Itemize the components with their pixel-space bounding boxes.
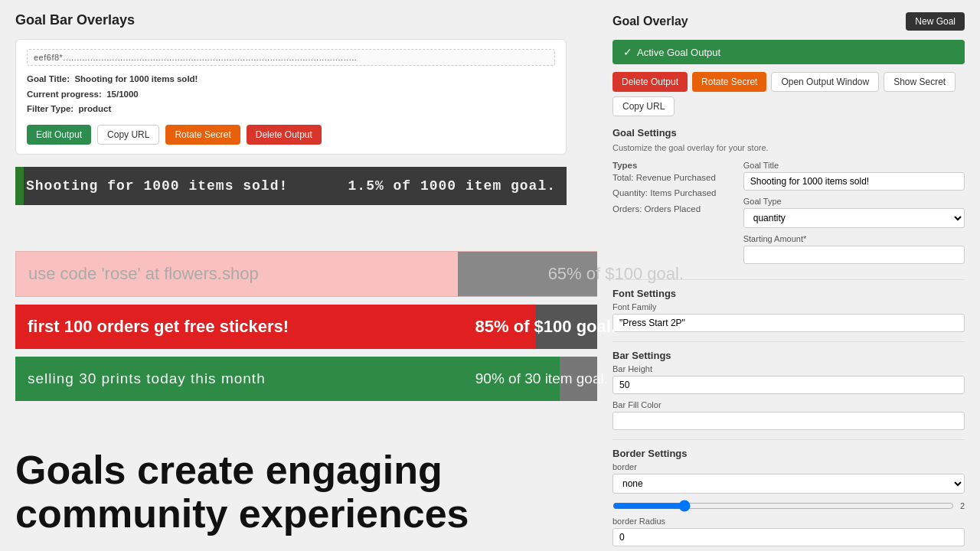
filter-type-label: Filter Type: xyxy=(27,104,74,113)
goal-type-label: Goal Type xyxy=(743,197,965,206)
goal-settings-section: Goal Settings Customize the goal overlay… xyxy=(612,127,965,270)
border-type-label: border xyxy=(612,462,965,471)
divider-2 xyxy=(612,341,965,342)
bar-height-field: Bar Height xyxy=(612,364,965,394)
bar-settings-title: Bar Settings xyxy=(612,350,965,361)
left-panel: Goal Bar Overlays eef6f8*...............… xyxy=(0,0,582,551)
goal-settings-row: Types Total: Revenue Purchased Quantity:… xyxy=(612,161,965,270)
progress-label: Current progress: xyxy=(27,90,102,99)
checkmark-icon: ✓ xyxy=(623,46,632,58)
goal-title-label: Goal Title: xyxy=(27,74,70,83)
bar-fill-color-label: Bar Fill Color xyxy=(612,400,965,409)
action-buttons-row: Delete Output Rotate Secret Open Output … xyxy=(612,72,965,116)
goal-url-text: eef6f8*.................................… xyxy=(27,49,555,66)
starting-amount-label: Starting Amount* xyxy=(743,234,965,243)
border-type-select[interactable]: none xyxy=(612,474,965,494)
progress-line: Current progress: 15/1000 xyxy=(27,87,555,103)
active-goal-label: Active Goal Output xyxy=(637,47,720,58)
type-item-3: Orders: Orders Placed xyxy=(612,201,736,217)
copy-url-btn-right[interactable]: Copy URL xyxy=(612,96,675,116)
font-family-field: Font Family xyxy=(612,302,965,332)
bar-fill-color-field: Bar Fill Color xyxy=(612,400,965,430)
goal-title-field-label: Goal Title xyxy=(743,161,965,170)
type-item-1: Total: Revenue Purchased xyxy=(612,170,736,186)
type-item-2: Quantity: Items Purchased xyxy=(612,185,736,201)
divider-3 xyxy=(612,439,965,440)
goal-bar-2: use code 'rose' at flowers.shop 65% of $… xyxy=(15,251,697,297)
right-panel-title: Goal Overlay xyxy=(612,15,688,28)
open-output-window-btn[interactable]: Open Output Window xyxy=(771,72,879,92)
font-settings-title: Font Settings xyxy=(612,288,965,299)
border-slider-row: 2 xyxy=(612,500,965,512)
goal-actions: Edit Output Copy URL Rotate Secret Delet… xyxy=(27,125,555,145)
font-settings-section: Font Settings Font Family xyxy=(612,288,965,332)
types-label: Types xyxy=(612,161,736,170)
goal-meta: Goal Title: Shooting for 1000 items sold… xyxy=(27,72,555,117)
goal-settings-desc: Customize the goal overlay for your stor… xyxy=(612,142,965,155)
border-slider-value: 2 xyxy=(960,501,965,510)
border-type-field: border none xyxy=(612,462,965,494)
font-family-input[interactable] xyxy=(612,314,965,332)
border-radius-input[interactable] xyxy=(612,528,965,546)
border-settings-title: Border Settings xyxy=(612,448,965,459)
goal-url-row: eef6f8*.................................… xyxy=(27,49,555,66)
starting-amount-field: Starting Amount* xyxy=(743,234,965,264)
bar1-right-text: 1.5% of 1000 item goal. xyxy=(348,178,567,194)
progress-value: 15/1000 xyxy=(106,90,139,99)
border-settings-section: Border Settings border none 2 border Rad… xyxy=(612,448,965,546)
goal-type-select[interactable]: quantity xyxy=(743,208,965,228)
goal-title-input[interactable] xyxy=(743,172,965,191)
filter-type-value: product xyxy=(79,104,112,113)
goal-title-line: Goal Title: Shooting for 1000 items sold… xyxy=(27,72,555,87)
goal-bar-1: Shooting for 1000 items sold! 1.5% of 10… xyxy=(15,167,567,205)
big-tagline: Goals create engaging community experien… xyxy=(15,448,551,536)
new-goal-button[interactable]: New Goal xyxy=(906,12,965,31)
goal-type-field: Goal Type quantity xyxy=(743,197,965,228)
bar1-left-text: Shooting for 1000 items sold! xyxy=(15,178,348,194)
border-radius-field: border Radius xyxy=(612,517,965,546)
bar-height-label: Bar Height xyxy=(612,364,965,373)
starting-amount-input[interactable] xyxy=(743,246,965,264)
goal-bar-3: first 100 orders get free stickers! 85% … xyxy=(15,305,628,349)
delete-output-button[interactable]: Delete Output xyxy=(247,125,322,145)
bar-fill-color-input[interactable] xyxy=(612,412,965,430)
copy-url-button[interactable]: Copy URL xyxy=(97,125,159,145)
goal-title-value: Shooting for 1000 items sold! xyxy=(74,74,198,83)
border-slider[interactable] xyxy=(612,500,954,512)
page-title: Goal Bar Overlays xyxy=(15,12,567,28)
bar2-left-text: use code 'rose' at flowers.shop xyxy=(28,264,259,284)
types-list: Total: Revenue Purchased Quantity: Items… xyxy=(612,170,736,217)
bar-height-input[interactable] xyxy=(612,376,965,394)
bar-settings-section: Bar Settings Bar Height Bar Fill Color xyxy=(612,350,965,430)
bar2-right-text: 65% of $100 goal. xyxy=(548,264,684,284)
rotate-secret-button[interactable]: Rotate Secret xyxy=(165,125,240,145)
active-goal-bar: ✓ Active Goal Output xyxy=(612,40,965,64)
goal-settings-title: Goal Settings xyxy=(612,127,965,139)
goal-title-field: Goal Title xyxy=(743,161,965,191)
bar3-left-text: first 100 orders get free stickers! xyxy=(28,317,289,337)
rotate-secret-btn-right[interactable]: Rotate Secret xyxy=(692,72,766,92)
show-secret-btn[interactable]: Show Secret xyxy=(884,72,956,92)
goal-card: eef6f8*.................................… xyxy=(15,39,567,155)
font-family-label: Font Family xyxy=(612,302,965,311)
border-radius-label: border Radius xyxy=(612,517,965,526)
bar4-left-text: selling 30 prints today this month xyxy=(28,370,266,387)
edit-output-button[interactable]: Edit Output xyxy=(27,125,91,145)
bar4-right-text: 90% of 30 item goal. xyxy=(475,370,608,387)
goal-settings-left: Types Total: Revenue Purchased Quantity:… xyxy=(612,161,736,270)
goal-bar-4: selling 30 prints today this month 90% o… xyxy=(15,357,620,401)
goal-settings-right: Goal Title Goal Type quantity Starting A… xyxy=(743,161,965,270)
right-panel-header: Goal Overlay New Goal xyxy=(612,12,965,31)
delete-output-btn-right[interactable]: Delete Output xyxy=(612,72,688,92)
bar3-right-text: 85% of $100 goal. xyxy=(475,317,616,337)
filter-line: Filter Type: product xyxy=(27,102,555,117)
